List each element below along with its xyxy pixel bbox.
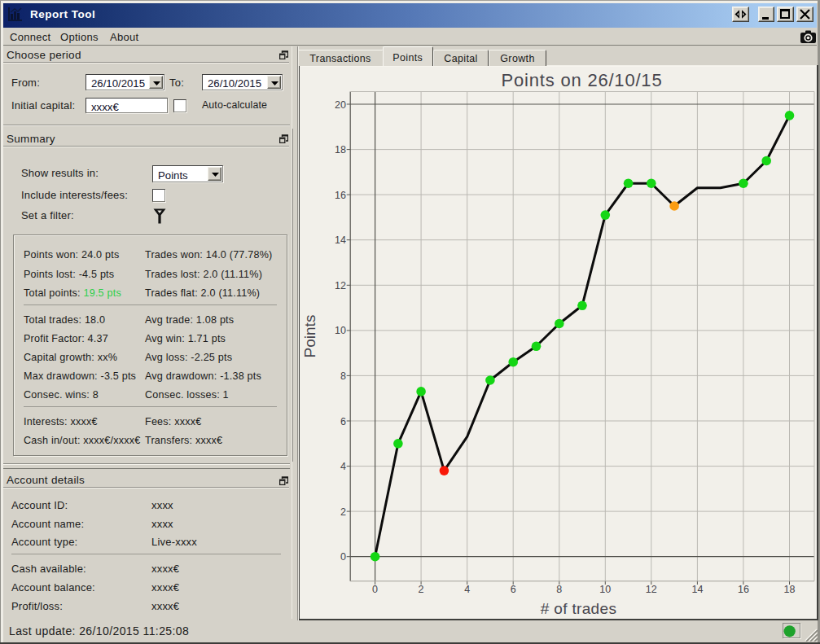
svg-text:14: 14	[335, 234, 346, 246]
svg-text:2: 2	[419, 584, 424, 595]
svg-text:0: 0	[340, 551, 346, 563]
svg-text:20: 20	[335, 99, 346, 111]
svg-text:18: 18	[335, 144, 346, 156]
svg-text:Points: Points	[301, 315, 318, 358]
svg-text:8: 8	[556, 584, 562, 595]
svg-text:4: 4	[340, 461, 346, 472]
svg-text:14: 14	[691, 584, 703, 595]
svg-text:6: 6	[340, 416, 346, 427]
svg-text:16: 16	[738, 584, 749, 595]
svg-text:12: 12	[646, 584, 657, 595]
svg-text:8: 8	[340, 370, 346, 382]
svg-text:# of trades: # of trades	[541, 600, 617, 617]
svg-text:10: 10	[335, 325, 346, 336]
svg-text:12: 12	[335, 280, 346, 291]
svg-text:18: 18	[784, 584, 796, 595]
svg-text:6: 6	[511, 584, 516, 595]
svg-text:Points on 26/10/15: Points on 26/10/15	[502, 70, 663, 90]
svg-text:10: 10	[599, 584, 611, 595]
svg-text:2: 2	[340, 506, 346, 518]
svg-text:4: 4	[464, 584, 470, 595]
svg-text:0: 0	[372, 584, 378, 595]
svg-text:16: 16	[335, 190, 346, 201]
